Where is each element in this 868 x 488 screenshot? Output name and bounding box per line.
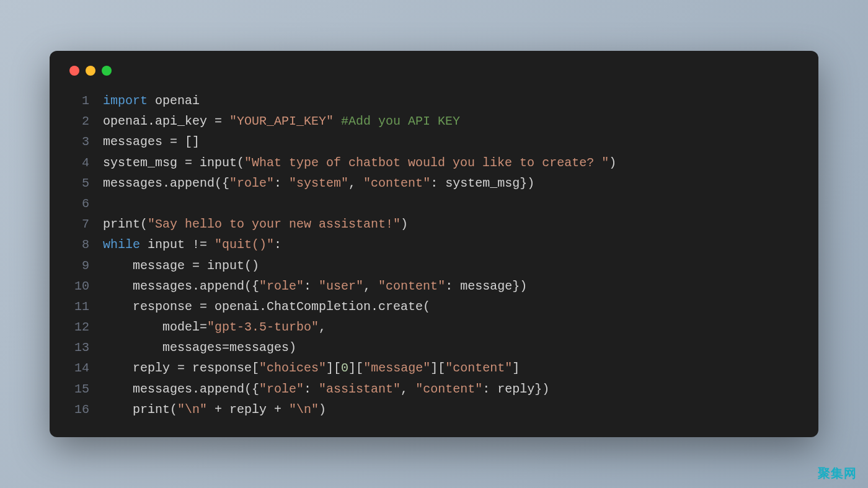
line-content: import openai — [103, 91, 801, 111]
code-token: input != — [140, 237, 215, 252]
code-line: 3messages = [] — [67, 131, 801, 152]
code-token: messages = [] — [103, 135, 200, 149]
code-token: "role" — [259, 279, 304, 293]
code-token: system_msg = input( — [103, 156, 244, 170]
line-number: 16 — [67, 399, 89, 420]
window-controls — [67, 66, 801, 76]
line-content: system_msg = input("What type of chatbot… — [103, 153, 801, 173]
code-token: messages.append({ — [103, 176, 229, 190]
code-token: ) — [609, 156, 616, 170]
line-content: messages = [] — [103, 131, 801, 152]
code-token: : reply}) — [482, 382, 549, 396]
code-token: while — [103, 237, 140, 252]
code-line: 6 — [67, 193, 801, 214]
line-content: response = openai.ChatCompletion.create( — [103, 296, 801, 317]
code-line: 2openai.api_key = "YOUR_API_KEY" #Add yo… — [67, 111, 801, 131]
code-token: reply = response[ — [103, 361, 259, 375]
code-line: 8while input != "quit()": — [67, 234, 801, 255]
code-token: : message}) — [445, 279, 527, 293]
code-token: "content" — [415, 382, 482, 396]
line-content: message = input() — [103, 255, 801, 276]
code-token: , — [319, 320, 326, 334]
code-token: import — [103, 94, 148, 108]
code-token: "Say hello to your new assistant!" — [148, 217, 401, 231]
code-token: , — [348, 176, 363, 190]
code-token: ) — [401, 217, 408, 231]
code-token: print( — [103, 402, 177, 417]
line-number: 13 — [67, 337, 89, 358]
code-token: : — [304, 279, 319, 293]
line-number: 5 — [67, 173, 89, 193]
code-line: 4system_msg = input("What type of chatbo… — [67, 153, 801, 173]
code-token: "\n" — [177, 402, 207, 417]
code-token: "system" — [289, 176, 348, 190]
line-content: openai.api_key = "YOUR_API_KEY" #Add you… — [103, 111, 801, 131]
code-token: "choices" — [259, 361, 326, 375]
code-token: "role" — [259, 382, 304, 396]
code-token: ][ — [326, 361, 341, 375]
code-editor-window: 1import openai2openai.api_key = "YOUR_AP… — [50, 51, 818, 437]
line-number: 14 — [67, 358, 89, 378]
maximize-icon[interactable] — [102, 66, 112, 76]
minimize-icon[interactable] — [86, 66, 95, 76]
line-number: 7 — [67, 214, 89, 234]
code-line: 14 reply = response["choices"][0]["messa… — [67, 358, 801, 378]
code-token: ] — [512, 361, 520, 375]
code-token: , — [363, 279, 378, 293]
code-token: messages.append({ — [103, 279, 259, 293]
code-line: 11 response = openai.ChatCompletion.crea… — [67, 296, 801, 317]
line-content: reply = response["choices"][0]["message"… — [103, 358, 801, 378]
code-token: "assistant" — [319, 382, 401, 396]
code-token: "content" — [378, 279, 445, 293]
code-token: , — [401, 382, 415, 396]
code-token: ][ — [348, 361, 363, 375]
code-token: #Add you API KEY — [341, 114, 460, 128]
line-number: 11 — [67, 296, 89, 317]
line-number: 15 — [67, 379, 89, 399]
code-token: : — [304, 382, 319, 396]
code-token: model= — [103, 320, 207, 334]
line-number: 12 — [67, 317, 89, 337]
code-token: : system_msg}) — [430, 176, 534, 190]
code-token: "message" — [363, 361, 430, 375]
line-content: print("\n" + reply + "\n") — [103, 399, 801, 420]
code-token: "quit()" — [215, 237, 274, 252]
code-line: 12 model="gpt-3.5-turbo", — [67, 317, 801, 337]
code-token: + reply + — [207, 402, 289, 417]
line-number: 4 — [67, 153, 89, 173]
code-line: 9 message = input() — [67, 255, 801, 276]
code-line: 10 messages.append({"role": "user", "con… — [67, 276, 801, 296]
code-token: print( — [103, 217, 148, 231]
code-line: 5messages.append({"role": "system", "con… — [67, 173, 801, 193]
code-token: "content" — [445, 361, 512, 375]
code-line: 7print("Say hello to your new assistant!… — [67, 214, 801, 234]
code-token: 0 — [341, 361, 348, 375]
code-token: response = openai.ChatCompletion.create( — [103, 299, 430, 314]
code-token: : — [274, 237, 281, 252]
code-token: openai — [148, 94, 200, 108]
line-number: 3 — [67, 131, 89, 152]
code-token: ) — [319, 402, 326, 417]
line-content: model="gpt-3.5-turbo", — [103, 317, 801, 337]
line-number: 6 — [67, 193, 89, 214]
line-content: print("Say hello to your new assistant!"… — [103, 214, 801, 234]
code-content[interactable]: 1import openai2openai.api_key = "YOUR_AP… — [67, 91, 801, 420]
line-number: 2 — [67, 111, 89, 131]
code-token: "content" — [363, 176, 430, 190]
code-line: 13 messages=messages) — [67, 337, 801, 358]
line-content: while input != "quit()": — [103, 234, 801, 255]
code-token: "gpt-3.5-turbo" — [207, 320, 319, 334]
line-number: 8 — [67, 234, 89, 255]
line-content — [103, 193, 801, 214]
code-line: 1import openai — [67, 91, 801, 111]
line-number: 9 — [67, 255, 89, 276]
code-token: messages=messages) — [103, 340, 296, 355]
code-line: 16 print("\n" + reply + "\n") — [67, 399, 801, 420]
close-icon[interactable] — [69, 66, 79, 76]
code-token: "YOUR_API_KEY" — [229, 114, 334, 128]
line-content: messages.append({"role": "system", "cont… — [103, 173, 801, 193]
code-token: ][ — [430, 361, 445, 375]
line-content: messages.append({"role": "user", "conten… — [103, 276, 801, 296]
line-number: 10 — [67, 276, 89, 296]
code-token: "\n" — [289, 402, 319, 417]
